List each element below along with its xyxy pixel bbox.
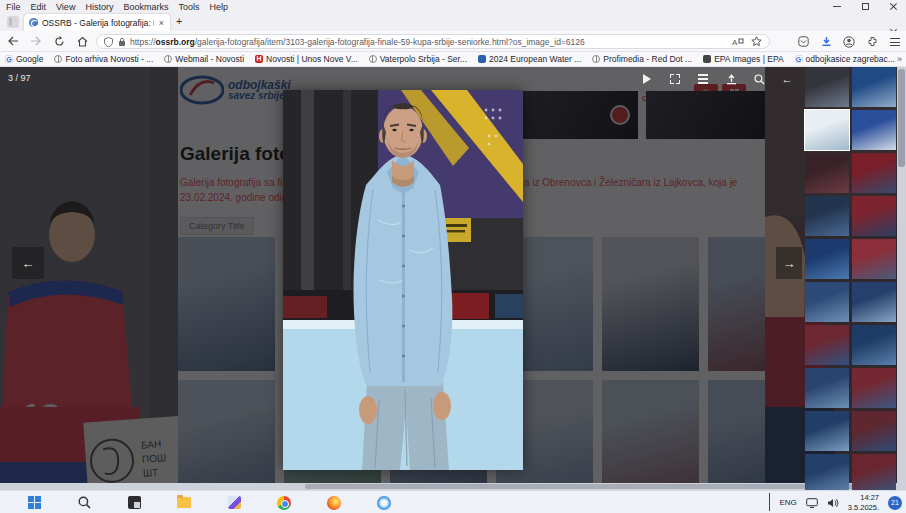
snipping-tool-button[interactable]	[226, 495, 242, 511]
photos-app-button[interactable]	[376, 495, 392, 511]
bookmark-item[interactable]: Foto arhiva Novosti - ...	[54, 54, 153, 64]
thumbnail[interactable]	[852, 454, 896, 490]
bookmarks-overflow-chevron[interactable]: »	[897, 54, 902, 64]
downloads-icon[interactable]	[819, 35, 833, 49]
menu-item-tools[interactable]: Tools	[178, 2, 199, 12]
extensions-icon[interactable]	[865, 35, 879, 49]
home-button[interactable]	[72, 33, 92, 49]
thumbnail[interactable]	[852, 282, 896, 322]
reload-button[interactable]	[49, 33, 69, 49]
network-icon[interactable]	[806, 494, 818, 512]
thumbnail[interactable]	[805, 153, 849, 193]
horizontal-scrollbar-thumb[interactable]	[305, 484, 855, 489]
magnifier-icon	[754, 74, 765, 85]
account-icon[interactable]	[842, 35, 856, 49]
tracking-protection-shield-icon[interactable]	[103, 35, 113, 49]
forward-button[interactable]	[26, 33, 46, 49]
tab-close-icon[interactable]: ×	[158, 18, 165, 28]
next-arrow-overlay-button[interactable]: →	[776, 247, 802, 279]
clock-time: 14:27	[848, 493, 879, 502]
bookmark-item[interactable]: 2024 European Water ...	[478, 54, 581, 64]
thumbnail[interactable]	[852, 368, 896, 408]
clock-date: 3.5.2025.	[848, 503, 879, 512]
horizontal-scrollbar[interactable]	[0, 483, 906, 490]
folder-icon	[177, 497, 191, 508]
list-all-tabs-chevron-icon[interactable]	[891, 18, 898, 25]
tab-title: OSSRB - Galerija fotografija: Fi	[42, 18, 154, 28]
bookmark-label: Webmail - Novosti	[175, 54, 244, 64]
firefox-view-icon[interactable]	[7, 16, 19, 28]
thumbnail[interactable]	[852, 110, 896, 150]
pocket-icon[interactable]	[796, 35, 810, 49]
menu-item-view[interactable]: View	[56, 2, 75, 12]
bookmark-item[interactable]: Godbojkasice zagrebac...	[795, 54, 895, 64]
menu-item-bookmarks[interactable]: Bookmarks	[123, 2, 168, 12]
thumbnail[interactable]	[805, 282, 849, 322]
menu-item-history[interactable]: History	[85, 2, 113, 12]
bookmark-item[interactable]: GGoogle	[5, 54, 43, 64]
translate-icon[interactable]: A	[731, 35, 745, 49]
menu-item-help[interactable]: Help	[209, 2, 228, 12]
menubar-items: FileEditViewHistoryBookmarksToolsHelp	[0, 2, 228, 12]
maximize-icon	[862, 3, 869, 10]
thumbnail[interactable]	[805, 325, 849, 365]
menu-item-file[interactable]: File	[6, 2, 21, 12]
thumbnail[interactable]	[852, 325, 896, 365]
thumbnail[interactable]	[805, 67, 849, 107]
taskbar-clock[interactable]: 14:27 3.5.2025.	[848, 493, 879, 512]
thumbnails-grid-icon	[698, 74, 708, 84]
bookmark-item[interactable]: EPA Images | EPA	[703, 54, 783, 64]
bookmark-item[interactable]: Webmail - Novosti	[164, 54, 244, 64]
fullscreen-button[interactable]	[666, 70, 684, 88]
chrome-button[interactable]	[276, 495, 292, 511]
menu-item-edit[interactable]: Edit	[31, 2, 47, 12]
close-button[interactable]	[886, 1, 900, 13]
thumbnail[interactable]	[852, 239, 896, 279]
back-button[interactable]	[3, 33, 23, 49]
browser-tab[interactable]: OSSRB - Galerija fotografija: Fi ×	[24, 14, 170, 31]
url-bar[interactable]: https://ossrb.org/galerija-fotografija/i…	[96, 34, 770, 49]
language-indicator[interactable]: ENG	[779, 498, 796, 507]
previous-arrow-overlay-button[interactable]: ←	[12, 247, 44, 279]
firefox-button[interactable]	[326, 495, 342, 511]
lock-icon[interactable]	[117, 35, 126, 49]
thumbnail[interactable]	[852, 196, 896, 236]
bookmark-item[interactable]: Vaterpolo Srbija - Ser...	[369, 54, 467, 64]
thumbnail[interactable]	[852, 411, 896, 451]
svg-text:A: A	[732, 38, 738, 47]
notification-count-badge[interactable]: 21	[888, 496, 902, 510]
bookmark-item[interactable]: Profimedia - Red Dot ...	[592, 54, 692, 64]
volume-icon[interactable]	[827, 494, 839, 512]
thumbnail[interactable]	[805, 454, 849, 490]
zoom-button[interactable]	[750, 70, 768, 88]
bookmark-star-icon[interactable]	[749, 35, 763, 49]
maximize-button[interactable]	[858, 1, 872, 13]
new-tab-button[interactable]: +	[176, 15, 182, 27]
lightbox-main-image[interactable]	[283, 90, 523, 470]
globe-favicon-icon	[54, 55, 62, 63]
thumbnail[interactable]	[852, 153, 896, 193]
taskbar-search-button[interactable]	[76, 495, 92, 511]
vertical-scrollbar[interactable]	[897, 67, 906, 483]
thumbnail[interactable]	[805, 411, 849, 451]
minimize-button[interactable]	[830, 1, 844, 13]
task-view-button[interactable]	[126, 495, 142, 511]
thumbnail[interactable]	[805, 239, 849, 279]
app-menu-icon[interactable]	[888, 35, 902, 49]
start-button[interactable]	[26, 495, 42, 511]
navbar: https://ossrb.org/galerija-fotografija/i…	[0, 31, 906, 52]
thumbnail[interactable]	[805, 196, 849, 236]
url-text: https://ossrb.org/galerija-fotografija/i…	[130, 37, 727, 47]
download-icon	[726, 74, 737, 85]
file-explorer-button[interactable]	[176, 495, 192, 511]
previous-image-button[interactable]: ←	[778, 70, 796, 88]
vertical-scrollbar-thumb[interactable]	[898, 69, 905, 167]
hidden-icons-chevron[interactable]	[769, 494, 770, 512]
thumbnails-button[interactable]	[694, 70, 712, 88]
thumbnail[interactable]	[852, 67, 896, 107]
download-button[interactable]	[722, 70, 740, 88]
bookmark-item[interactable]: НNovosti | Unos Nove V...	[255, 54, 358, 64]
thumbnail-current[interactable]	[805, 110, 849, 150]
thumbnail[interactable]	[805, 368, 849, 408]
slideshow-play-button[interactable]	[638, 70, 656, 88]
